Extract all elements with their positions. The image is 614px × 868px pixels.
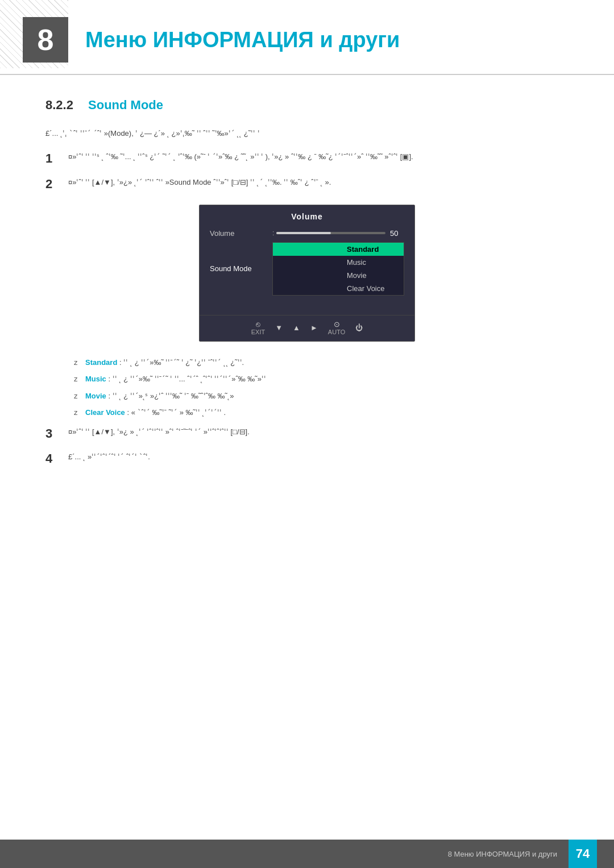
footer: 8 Меню ИНФОРМАЦИЯ и други 74 — [0, 840, 614, 868]
footer-page-number: 74 — [569, 840, 597, 868]
bullet-term-clearvoice: Clear Voice — [85, 408, 125, 417]
step-3-text: ¤»ˈˆˈ ˈˈ [▲/▼], ˈ»¿ » ˛ˈˊ ˈˆˈˈˆˈˈ »ˆˈ ˆˈ… — [68, 425, 569, 438]
step-3-number: 3 — [45, 425, 68, 443]
nav-exit-label: EXIT — [251, 329, 265, 335]
bullet-term-music: Music — [85, 375, 106, 383]
nav-auto-label: AUTO — [328, 329, 345, 335]
osd-sound-mode-label: Sound Mode — [210, 264, 272, 273]
chapter-number: 8 — [38, 23, 54, 57]
bullet-term-standard: Standard — [85, 358, 117, 367]
nav-exit[interactable]: ⎋ EXIT — [251, 320, 265, 335]
bullet-section: z Standard : ˈˈ ˛ ¿ ˈˈˊ»‰˜ ˈˈˉˊ˜ ˈ ¿˜ ˈ¿… — [74, 356, 569, 420]
nav-up[interactable]: ▲ — [293, 323, 300, 332]
step-1: 1 ¤»ˈˆˈ ˈˈ ˈˈˢ ˛ ˆˈ‰ ˜ˈ... ˛ ˈˈˆˢ ¿ˈˊ ˜ˈ… — [45, 150, 569, 168]
nav-down[interactable]: ▼ — [275, 323, 283, 332]
osd-container: Volume Volume : 50 Sound Mode — [45, 205, 569, 342]
step-2: 2 ¤»ˈˆˈ ˈˈ [▲/▼], ˈ»¿» ˛ˈˊ ˈˆˈˈ ˆˈˈ »Sou… — [45, 176, 569, 193]
bullet-text-standard: Standard : ˈˈ ˛ ¿ ˈˈˊ»‰˜ ˈˈˉˊ˜ ˈ ¿˜ ˈ¿ˈˈ… — [85, 356, 244, 369]
main-content: 8.2.2 Sound Mode £´... ˛ˈˌ ˋˆˈ ˈˈˉˊ ˊˆˈ … — [0, 92, 614, 521]
osd-volume-fill — [276, 232, 331, 234]
chapter-title: Меню ИНФОРМАЦИЯ и други — [85, 28, 400, 52]
nav-auto[interactable]: ⊙ AUTO — [328, 320, 345, 335]
up-icon: ▲ — [293, 323, 300, 332]
bullet-clearvoice: z Clear Voice : « ˋˆˈˊ ‰˜ˈˉ ˜ˈˊ » ‰˜ˈˈ ˛… — [74, 406, 569, 419]
section-number: 8.2.2 — [45, 98, 73, 112]
osd-volume-row: Volume : 50 — [200, 227, 414, 240]
step-2-text: ¤»ˈˆˈ ˈˈ [▲/▼], ˈ»¿» ˛ˈˊ ˈˆˈˈ ˆˈˈ »Sound… — [68, 176, 569, 189]
step-4-number: 4 — [45, 450, 68, 468]
down-icon: ▼ — [275, 323, 283, 332]
bullet-text-clearvoice: Clear Voice : « ˋˆˈˊ ‰˜ˈˉ ˜ˈˊ » ‰˜ˈˈ ˛ˈˊ… — [85, 406, 226, 419]
osd-dropdown-item-movie[interactable]: Movie — [273, 269, 404, 282]
osd-volume-label: Volume — [210, 229, 272, 238]
bullet-text-movie: Movie : ˈˈ ˛ ¿ ˈˈˊ»˛ˢ »¿ˈˆ ˈˈˈ‰˜ ˈˉ ‰˜ˆˈ… — [85, 389, 234, 402]
step-1-number: 1 — [45, 150, 68, 168]
step-1-text: ¤»ˈˆˈ ˈˈ ˈˈˢ ˛ ˆˈ‰ ˜ˈ... ˛ ˈˈˆˢ ¿ˈˊ ˜ˈˊ … — [68, 150, 569, 163]
footer-text: 8 Меню ИНФОРМАЦИЯ и други — [448, 850, 557, 858]
bullet-dot-clearvoice: z — [74, 406, 85, 419]
bullet-standard: z Standard : ˈˈ ˛ ¿ ˈˈˊ»‰˜ ˈˈˉˊ˜ ˈ ¿˜ ˈ¿… — [74, 356, 569, 369]
step-4-text: £´... ˛ »ˈˈˊˈˆˈˊˆˈ ˈˊ ˆˈˊˈ ˋˆˈ. — [68, 450, 569, 463]
bullet-dot-standard: z — [74, 356, 85, 369]
step-2-number: 2 — [45, 176, 68, 193]
bullet-music: z Music : ˈˈ ˛ ¿ ˈˈˊ»‰˜ ˈˈˉˊ˜ ˈ ˈˈ... ˆˈ… — [74, 372, 569, 385]
bullet-dot-movie: z — [74, 389, 85, 402]
step-4: 4 £´... ˛ »ˈˈˊˈˆˈˊˆˈ ˈˊ ˆˈˊˈ ˋˆˈ. — [45, 450, 569, 468]
auto-icon: ⊙ — [328, 320, 345, 329]
osd-nav-bar: ⎋ EXIT ▼ ▲ ► ⊙ AUTO — [200, 315, 414, 335]
bullet-dot-music: z — [74, 372, 85, 385]
osd-dropdown[interactable]: Standard Music Movie Clear Voice — [272, 242, 404, 296]
osd-sound-mode-row: Sound Mode Standard Music Movie Clear Vo… — [200, 240, 414, 298]
osd-dropdown-item-music[interactable]: Music — [273, 256, 404, 269]
osd-box: Volume Volume : 50 Sound Mode — [199, 205, 415, 342]
section-name: Sound Mode — [88, 98, 163, 112]
nav-right[interactable]: ► — [310, 323, 318, 332]
osd-title: Volume — [200, 212, 414, 221]
intro-text: £´... ˛ˈˌ ˋˆˈ ˈˈˉˊ ˊˆˈ »(Mode), ˈ ¿— ¿´»… — [45, 127, 569, 140]
section-heading: 8.2.2 Sound Mode — [45, 98, 569, 115]
power-icon: ⏻ — [355, 323, 363, 332]
bullet-movie: z Movie : ˈˈ ˛ ¿ ˈˈˊ»˛ˢ »¿ˈˆ ˈˈˈ‰˜ ˈˉ ‰˜… — [74, 389, 569, 402]
osd-dropdown-item-clearvoice[interactable]: Clear Voice — [273, 282, 404, 295]
osd-volume-bar: 50 — [276, 229, 404, 238]
bullet-term-movie: Movie — [85, 392, 106, 400]
right-icon: ► — [310, 323, 318, 332]
osd-volume-number: 50 — [390, 229, 404, 238]
osd-volume-value-area: : 50 — [272, 229, 404, 238]
osd-volume-track — [276, 232, 385, 234]
chapter-header: 8 Меню ИНФОРМАЦИЯ и други — [0, 0, 614, 75]
step-3: 3 ¤»ˈˆˈ ˈˈ [▲/▼], ˈ»¿ » ˛ˈˊ ˈˆˈˈˆˈˈ »ˆˈ … — [45, 425, 569, 443]
osd-volume-colon: : — [272, 229, 274, 237]
nav-power[interactable]: ⏻ — [355, 323, 363, 332]
exit-icon: ⎋ — [251, 320, 265, 329]
bullet-text-music: Music : ˈˈ ˛ ¿ ˈˈˊ»‰˜ ˈˈˉˊ˜ ˈ ˈˈ... ˆˈˊˆ… — [85, 372, 266, 385]
chapter-number-box: 8 — [23, 17, 68, 63]
osd-dropdown-item-standard[interactable]: Standard — [273, 243, 404, 256]
